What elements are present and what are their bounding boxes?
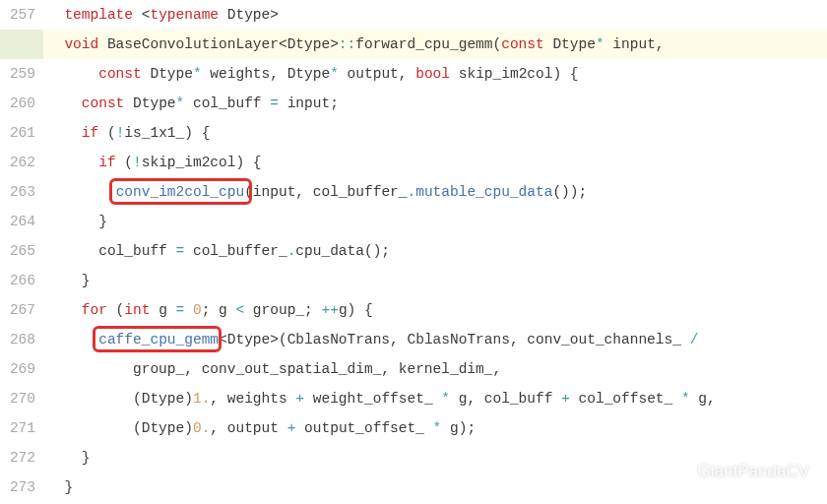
token: } — [47, 214, 107, 229]
token: cpu_data(); — [295, 243, 390, 259]
token: col_buff — [184, 95, 270, 111]
token: ()); — [552, 184, 587, 200]
token: caffe_cpu_gemm — [98, 332, 219, 347]
token: const — [501, 36, 544, 52]
token: g) { — [339, 302, 373, 318]
line-number: 268 — [0, 325, 35, 354]
token: , output — [210, 420, 286, 436]
token: for — [82, 302, 107, 318]
code-line-267[interactable]: for (int g = 0; g < group_; ++g) { — [43, 295, 827, 325]
token: = — [270, 95, 279, 111]
token: < — [235, 302, 244, 318]
token: template — [64, 7, 133, 23]
code-line-266[interactable]: } — [43, 266, 827, 295]
code-line-263[interactable]: conv_im2col_cpu(input, col_buffer_.mutab… — [43, 177, 827, 207]
line-number: 265 — [0, 236, 35, 266]
token: input, — [604, 36, 665, 52]
token: col_buff — [47, 243, 176, 259]
token: * — [330, 66, 339, 82]
token: 0. — [193, 420, 210, 436]
token: :: — [339, 36, 355, 52]
watermark-text: GiantPandaCV — [698, 457, 809, 486]
token: ( — [107, 302, 124, 318]
code-line-270[interactable]: (Dtype)1., weights + weight_offset_ * g,… — [43, 384, 827, 413]
token — [47, 184, 116, 200]
token: skip_im2col) { — [450, 66, 579, 82]
code-line-271[interactable]: (Dtype)0., output + output_offset_ * g); — [43, 413, 827, 443]
line-number: 257 — [0, 0, 35, 30]
line-number: 260 — [0, 89, 35, 118]
code-body[interactable]: template <typename Dtype> void BaseConvo… — [43, 0, 827, 502]
token: + — [295, 391, 304, 407]
line-number: 262 — [0, 148, 35, 177]
code-line-261[interactable]: if (!is_1x1_) { — [43, 118, 827, 148]
token: * — [441, 391, 450, 407]
token: + — [561, 391, 570, 407]
token — [47, 302, 82, 318]
line-number: 264 — [0, 207, 35, 236]
wechat-icon — [667, 460, 690, 483]
token: skip_im2col) { — [142, 155, 262, 170]
token: Dtype> — [219, 7, 279, 23]
token: * — [176, 95, 185, 111]
token: ; g — [202, 302, 236, 318]
line-number: 263 — [0, 177, 35, 207]
token: * — [193, 66, 202, 82]
token: typename — [150, 7, 219, 23]
token — [184, 302, 193, 318]
token: } — [47, 479, 73, 495]
token: g); — [441, 420, 476, 436]
token: ( — [98, 125, 115, 141]
token: , weights — [210, 391, 295, 407]
code-line-269[interactable]: group_, conv_out_spatial_dim_, kernel_di… — [43, 354, 827, 384]
token: weight_offset_ — [304, 391, 441, 407]
token: mutable_cpu_data — [415, 184, 552, 200]
token: . — [407, 184, 415, 200]
token: } — [47, 450, 91, 466]
code-line-264[interactable]: } — [43, 207, 827, 236]
token — [47, 95, 82, 111]
token: (Dtype) — [47, 391, 193, 407]
token: <Dtype>(CblasNoTrans, CblasNoTrans, conv… — [219, 332, 690, 347]
token — [47, 36, 64, 52]
code-line-260[interactable]: const Dtype* col_buff = input; — [43, 89, 827, 118]
code-line-262[interactable]: if (!skip_im2col) { — [43, 148, 827, 177]
token: col_buffer_ — [184, 243, 286, 259]
code-line-268[interactable]: caffe_cpu_gemm<Dtype>(CblasNoTrans, Cbla… — [43, 325, 827, 354]
token: void — [64, 36, 98, 52]
token: } — [47, 273, 91, 288]
token: col_offset_ — [570, 391, 681, 407]
token: Dtype — [544, 36, 596, 52]
code-line-258[interactable]: void BaseConvolutionLayer<Dtype>::forwar… — [43, 30, 827, 59]
token: if — [82, 125, 98, 141]
line-number: 266 — [0, 266, 35, 295]
token: forward_cpu_gemm( — [355, 36, 501, 52]
code-line-265[interactable]: col_buff = col_buffer_.cpu_data(); — [43, 236, 827, 266]
code-line-259[interactable]: const Dtype* weights, Dtype* output, boo… — [43, 59, 827, 89]
token: weights, Dtype — [202, 66, 331, 82]
token: const — [82, 95, 125, 111]
token: Dtype — [142, 66, 193, 82]
token: group_, conv_out_spatial_dim_, kernel_di… — [47, 361, 501, 377]
token: BaseConvolutionLayer<Dtype> — [98, 36, 339, 52]
line-number: 261 — [0, 118, 35, 148]
line-number: 271 — [0, 413, 35, 443]
token: group_; — [244, 302, 321, 318]
token — [47, 332, 98, 347]
token — [47, 125, 82, 141]
token: const — [98, 66, 142, 82]
token: * — [681, 391, 690, 407]
token: = — [176, 302, 185, 318]
token: / — [690, 332, 699, 347]
line-number: 259 — [0, 59, 35, 89]
code-editor: 2572582592602612622632642652662672682692… — [0, 0, 827, 502]
token: input; — [279, 95, 339, 111]
line-number: 270 — [0, 384, 35, 413]
code-line-257[interactable]: template <typename Dtype> — [43, 0, 827, 30]
token: (Dtype) — [47, 420, 193, 436]
token: bool — [415, 66, 450, 82]
token: * — [596, 36, 604, 52]
token: Dtype — [124, 95, 175, 111]
token: is_1x1_) { — [124, 125, 210, 141]
line-number-gutter: 2572582592602612622632642652662672682692… — [0, 0, 43, 502]
